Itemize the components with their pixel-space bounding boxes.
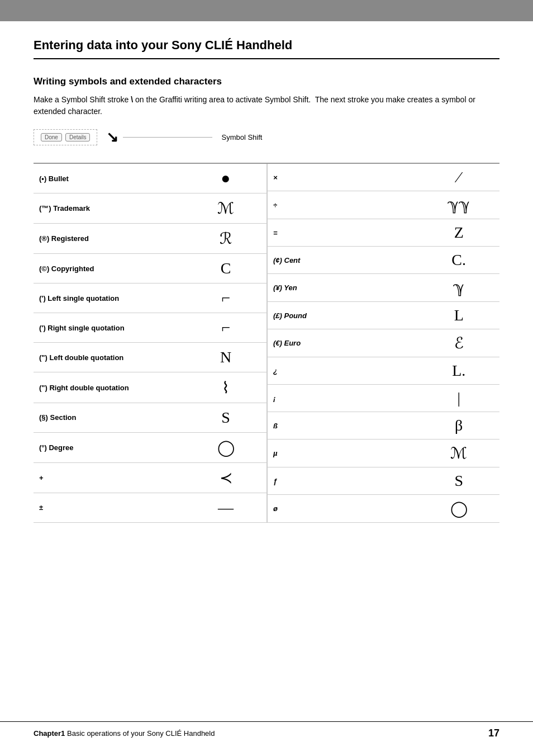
right-table-row: =Z (267, 219, 499, 247)
left-table-row: ±— (34, 493, 266, 522)
right-symbol-table: ×∕÷ℽℽ=Z(¢) CentC.(¥) Yenℽ(£) PoundL(€) E… (266, 163, 499, 523)
right-row-glyph: L (418, 302, 499, 329)
left-row-glyph: ⌇ (185, 372, 266, 403)
device-illustration: Done Details ↘ Symbol Shift (34, 129, 499, 146)
left-table-row: (°) Degree◯ (34, 432, 266, 462)
right-row-label: (£) Pound (267, 302, 418, 329)
right-table-row: ƒS (267, 467, 499, 495)
page-content: Entering data into your Sony CLIÉ Handhe… (0, 21, 533, 556)
left-table-row: +≺ (34, 462, 266, 493)
right-row-glyph: ∕ (418, 163, 499, 191)
right-table-row: ÷ℽℽ (267, 191, 499, 219)
right-table-row: (€) Euroℰ (267, 329, 499, 357)
left-row-glyph: S (185, 403, 266, 432)
tables-container: (•) Bullet●(™) Trademarkℳ(®) Registeredℛ… (34, 163, 499, 523)
right-row-glyph: ℳ (418, 440, 499, 467)
left-row-label: (') Left single quotation (34, 284, 185, 313)
left-row-glyph: N (185, 343, 266, 372)
right-table-row: ø◯ (267, 495, 499, 523)
left-row-glyph: C (185, 254, 266, 284)
left-row-glyph: ℛ (185, 224, 266, 254)
left-row-glyph: — (185, 493, 266, 522)
symbol-shift-label: Symbol Shift (221, 133, 262, 141)
left-row-label: ± (34, 493, 185, 522)
right-row-glyph: ℽ (418, 274, 499, 302)
right-row-label: µ (267, 440, 418, 467)
left-row-label: (') Right single quotation (34, 313, 185, 343)
left-row-label: (™) Trademark (34, 193, 185, 224)
right-table-row: ¡| (267, 385, 499, 412)
right-row-label: (€) Euro (267, 329, 418, 357)
footer: Chapter1 Basic operations of your Sony C… (0, 721, 533, 745)
right-row-label: ¿ (267, 357, 418, 385)
left-table-row: (™) Trademarkℳ (34, 193, 266, 224)
right-table-row: (£) PoundL (267, 302, 499, 329)
left-row-glyph: ⌐ (185, 313, 266, 343)
right-table-row: µℳ (267, 440, 499, 467)
intro-text: Make a Symbol Shift stroke \ on the Graf… (34, 94, 499, 117)
right-row-label: ƒ (267, 467, 418, 495)
details-button-label: Details (65, 133, 91, 141)
right-row-glyph: L. (418, 357, 499, 385)
symbol-shift-line: ↘ Symbol Shift (106, 129, 262, 146)
symbol-shift-arrow: ↘ (106, 129, 118, 146)
left-row-label: + (34, 462, 185, 493)
left-table-row: (®) Registeredℛ (34, 224, 266, 254)
right-row-label: ø (267, 495, 418, 523)
right-row-glyph: β (418, 412, 499, 440)
left-table-row: (©) CopyrightedC (34, 254, 266, 284)
right-table-row: ¿L. (267, 357, 499, 385)
left-row-label: (§) Section (34, 403, 185, 432)
right-row-glyph: ℽℽ (418, 191, 499, 219)
device-box: Done Details (34, 129, 97, 145)
right-row-label: (¢) Cent (267, 247, 418, 274)
left-table-row: (•) Bullet● (34, 163, 266, 193)
right-row-label: = (267, 219, 418, 247)
left-table-row: (') Right single quotation⌐ (34, 313, 266, 343)
page-title: Entering data into your Sony CLIÉ Handhe… (34, 38, 499, 59)
left-row-label: (°) Degree (34, 432, 185, 462)
right-row-glyph: Z (418, 219, 499, 247)
right-row-glyph: C. (418, 247, 499, 274)
footer-description-text: Basic operations of your Sony CLIÉ Handh… (67, 729, 215, 738)
left-table-row: (') Left single quotation⌐ (34, 284, 266, 313)
left-row-glyph: ◯ (185, 432, 266, 462)
left-table-row: (") Right double quotation⌇ (34, 372, 266, 403)
left-row-label: (©) Copyrighted (34, 254, 185, 284)
right-row-glyph: | (418, 385, 499, 412)
left-row-label: (•) Bullet (34, 163, 185, 193)
footer-left: Chapter1 Basic operations of your Sony C… (34, 729, 215, 738)
top-bar (0, 0, 533, 21)
right-row-glyph: ℰ (418, 329, 499, 357)
right-table-row: ×∕ (267, 163, 499, 191)
right-row-glyph: S (418, 467, 499, 495)
footer-chapter: Chapter1 (34, 729, 65, 738)
left-row-glyph: ● (185, 163, 266, 193)
right-row-label: × (267, 163, 418, 191)
left-table-row: (") Left double quotationN (34, 343, 266, 372)
footer-page-number: 17 (488, 727, 499, 739)
done-button-label: Done (41, 133, 62, 141)
left-row-label: (") Right double quotation (34, 372, 185, 403)
right-row-label: (¥) Yen (267, 274, 418, 302)
section-title: Writing symbols and extended characters (34, 76, 499, 87)
right-row-label: ÷ (267, 191, 418, 219)
left-row-glyph: ℳ (185, 193, 266, 224)
right-table-row: ßβ (267, 412, 499, 440)
right-row-label: ß (267, 412, 418, 440)
left-symbol-table: (•) Bullet●(™) Trademarkℳ(®) Registeredℛ… (34, 163, 266, 523)
left-row-label: (") Left double quotation (34, 343, 185, 372)
right-table-row: (¢) CentC. (267, 247, 499, 274)
right-row-glyph: ◯ (418, 495, 499, 523)
left-row-label: (®) Registered (34, 224, 185, 254)
left-row-glyph: ≺ (185, 462, 266, 493)
left-row-glyph: ⌐ (185, 284, 266, 313)
right-table-row: (¥) Yenℽ (267, 274, 499, 302)
right-row-label: ¡ (267, 385, 418, 412)
left-table-row: (§) SectionS (34, 403, 266, 432)
